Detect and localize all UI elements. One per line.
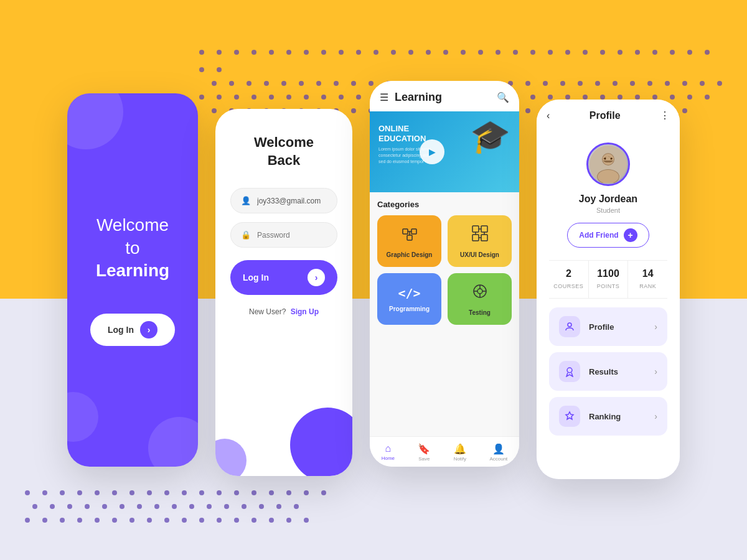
svg-point-27 <box>567 368 572 373</box>
nav-notify[interactable]: 🔔 Notify <box>454 443 466 462</box>
learning-title: Learning <box>395 91 442 104</box>
nav-save[interactable]: 🔖 Save <box>418 443 430 462</box>
add-friend-plus-icon: + <box>624 228 637 242</box>
screen-learning: ☰ Learning 🔍 ONLINEEDUCATION Lorem ipsum… <box>370 81 519 467</box>
profile-chevron-icon: › <box>654 322 657 332</box>
nav-account[interactable]: 👤 Account <box>489 443 507 462</box>
stat-courses: 2 COURSES <box>549 261 589 298</box>
stat-rank: 14 RANK <box>628 261 667 298</box>
rank-label: RANK <box>639 283 656 289</box>
svg-rect-8 <box>481 235 487 241</box>
svg-point-24 <box>604 158 606 160</box>
profile-content: Joy Jordean Student Add Friend + 2 COURS… <box>537 130 680 479</box>
play-button[interactable]: ▶ <box>420 139 444 164</box>
svg-rect-6 <box>481 226 487 232</box>
uxui-label: UX/UI Design <box>460 251 499 258</box>
svg-rect-7 <box>472 235 479 241</box>
password-field-container: 🔒 FORGOT? <box>230 222 337 248</box>
svg-point-22 <box>603 154 614 165</box>
notify-icon: 🔔 <box>454 443 466 455</box>
new-user-text: New User? Sign Up <box>230 307 337 316</box>
arrow-right-icon: › <box>140 321 157 338</box>
welcome-text-block: Welcome to Learning <box>96 214 169 282</box>
graduation-cap-icon: 🎓 <box>470 118 510 156</box>
graphic-design-label: Graphic Design <box>387 251 433 258</box>
welcome-login-button[interactable]: Log In › <box>90 314 175 346</box>
nav-home-label: Home <box>382 455 395 461</box>
uxui-design-icon <box>471 224 489 246</box>
nav-account-label: Account <box>489 456 507 462</box>
screen-profile: ‹ Profile ⋮ <box>537 100 680 479</box>
svg-rect-1 <box>411 229 416 234</box>
menu-item-profile[interactable]: Profile › <box>549 307 667 346</box>
save-icon: 🔖 <box>418 443 430 455</box>
user-role: Student <box>596 207 620 214</box>
welcome-line1: Welcome <box>96 215 169 235</box>
video-banner: ONLINEEDUCATION Lorem ipsum dolor sit am… <box>370 111 519 192</box>
results-menu-label: Results <box>589 367 646 376</box>
category-testing[interactable]: Testing <box>448 273 512 325</box>
bottom-navigation: ⌂ Home 🔖 Save 🔔 Notify 👤 Account <box>370 436 519 467</box>
screens-container: Welcome to Learning Log In › Welcome Bac… <box>0 0 747 560</box>
add-friend-button[interactable]: Add Friend + <box>567 223 649 248</box>
search-icon[interactable]: 🔍 <box>497 91 509 103</box>
svg-point-25 <box>611 158 613 160</box>
screen-login: Welcome Back 👤 🔒 FORGOT? Log In › New Us… <box>215 109 352 476</box>
graphic-design-icon <box>400 224 419 246</box>
points-label: POINTS <box>597 283 620 289</box>
points-value: 1100 <box>589 268 628 279</box>
email-input[interactable] <box>257 197 350 205</box>
login-button-label: Log In <box>243 273 269 282</box>
email-field-container: 👤 <box>230 188 337 213</box>
rank-value: 14 <box>628 268 667 279</box>
categories-grid: Graphic Design <box>377 215 512 325</box>
nav-notify-label: Notify <box>454 456 466 462</box>
svg-point-26 <box>568 323 571 327</box>
menu-item-results[interactable]: Results › <box>549 352 667 391</box>
learning-header: ☰ Learning 🔍 <box>370 81 519 111</box>
results-chevron-icon: › <box>654 366 657 376</box>
back-button[interactable]: ‹ <box>547 110 550 121</box>
add-friend-label: Add Friend <box>579 231 618 240</box>
testing-icon <box>471 282 489 304</box>
programming-icon: </> <box>398 286 420 301</box>
category-uxui-design[interactable]: UX/UI Design <box>448 215 512 267</box>
nav-save-label: Save <box>418 456 430 462</box>
welcome-brand: Learning <box>96 259 169 282</box>
category-graphic-design[interactable]: Graphic Design <box>377 215 441 267</box>
profile-menu-list: Profile › Results › <box>549 307 667 448</box>
profile-header: ‹ Profile ⋮ <box>537 100 680 130</box>
menu-item-ranking[interactable]: Ranking › <box>549 397 667 436</box>
nav-home[interactable]: ⌂ Home <box>382 443 395 462</box>
programming-label: Programming <box>389 306 430 312</box>
svg-rect-0 <box>403 229 408 234</box>
svg-rect-2 <box>407 235 412 240</box>
user-name: Joy Jordean <box>579 194 637 205</box>
results-menu-icon <box>559 361 580 382</box>
courses-label: COURSES <box>553 283 583 289</box>
login-arrow-icon: › <box>308 269 325 286</box>
svg-point-23 <box>598 170 619 183</box>
svg-point-14 <box>477 289 482 294</box>
screen-welcome: Welcome to Learning Log In › <box>67 93 198 467</box>
categories-title: Categories <box>377 200 512 209</box>
stat-points: 1100 POINTS <box>589 261 629 298</box>
home-icon: ⌂ <box>385 443 391 454</box>
ranking-menu-icon <box>559 406 580 427</box>
login-button[interactable]: Log In › <box>230 260 337 295</box>
profile-header-title: Profile <box>590 110 621 121</box>
login-title: Welcome Back <box>230 134 337 169</box>
welcome-line2: to <box>125 238 139 258</box>
ranking-menu-label: Ranking <box>589 412 646 421</box>
categories-section: Categories Graph <box>370 192 519 436</box>
password-input[interactable] <box>257 231 350 240</box>
category-programming[interactable]: </> Programming <box>377 273 441 325</box>
stats-row: 2 COURSES 1100 POINTS 14 RANK <box>549 260 667 299</box>
more-options-icon[interactable]: ⋮ <box>660 110 670 121</box>
signup-link[interactable]: Sign Up <box>291 307 319 316</box>
hamburger-icon[interactable]: ☰ <box>380 91 388 103</box>
profile-menu-label: Profile <box>589 322 646 332</box>
courses-value: 2 <box>549 268 588 279</box>
user-avatar <box>586 142 630 186</box>
welcome-login-label: Log In <box>108 325 134 335</box>
